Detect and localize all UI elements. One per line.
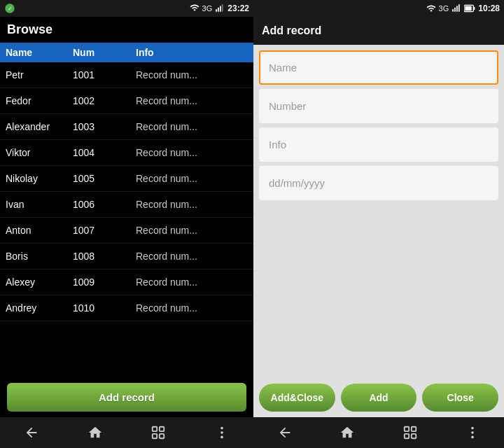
row-info: Record num... bbox=[133, 225, 253, 236]
menu-icon-left bbox=[214, 425, 230, 440]
row-name: Alexey bbox=[0, 276, 70, 288]
row-num: 1007 bbox=[70, 225, 133, 236]
svg-rect-23 bbox=[412, 434, 416, 438]
row-info: Record num... bbox=[133, 276, 253, 288]
status-bar-right: 3G 10:28 bbox=[253, 0, 504, 17]
row-info: Record num... bbox=[133, 302, 253, 314]
table-row[interactable]: Alexander 1003 Record num... bbox=[0, 114, 253, 140]
row-info: Record num... bbox=[133, 95, 253, 106]
date-input[interactable] bbox=[259, 166, 498, 200]
row-num: 1008 bbox=[70, 251, 133, 262]
svg-rect-14 bbox=[160, 427, 164, 431]
nav-bar-right bbox=[253, 417, 504, 448]
svg-rect-3 bbox=[218, 8, 219, 12]
svg-rect-22 bbox=[405, 434, 409, 438]
row-num: 1010 bbox=[70, 302, 133, 314]
home-icon-right bbox=[340, 425, 355, 440]
back-button-right[interactable] bbox=[270, 420, 300, 445]
row-info: Record num... bbox=[133, 173, 253, 184]
form-buttons: Add&Close Add Close bbox=[253, 378, 504, 417]
table-row[interactable]: Nikolay 1005 Record num... bbox=[0, 166, 253, 192]
svg-point-18 bbox=[220, 431, 223, 434]
time-right: 10:28 bbox=[478, 4, 500, 13]
table-row[interactable]: Viktor 1004 Record num... bbox=[0, 140, 253, 166]
col-header-name: Name bbox=[0, 47, 70, 58]
number-input[interactable] bbox=[259, 89, 498, 123]
back-button-left[interactable] bbox=[16, 420, 47, 445]
add-record-panel: Add record Add&Close Add Close bbox=[253, 17, 504, 417]
table-body: Petr 1001 Record num... Fedor 1002 Recor… bbox=[0, 62, 253, 377]
recent-button-left[interactable] bbox=[143, 420, 174, 445]
table-row[interactable]: Alexey 1009 Record num... bbox=[0, 270, 253, 295]
home-button-left[interactable] bbox=[80, 420, 111, 445]
svg-point-17 bbox=[220, 427, 223, 430]
col-header-num: Num bbox=[70, 47, 133, 58]
svg-rect-5 bbox=[222, 4, 223, 12]
svg-rect-6 bbox=[452, 9, 454, 12]
row-name: Anton bbox=[0, 225, 70, 236]
menu-button-left[interactable] bbox=[206, 420, 237, 445]
table-row[interactable]: Andrey 1010 Record num... bbox=[0, 295, 253, 321]
row-num: 1009 bbox=[70, 276, 133, 288]
signal-bars-right bbox=[451, 4, 461, 13]
row-info: Record num... bbox=[133, 121, 253, 132]
home-button-right[interactable] bbox=[332, 420, 363, 445]
menu-icon-right bbox=[465, 425, 480, 440]
add-record-title: Add record bbox=[253, 17, 504, 45]
svg-point-19 bbox=[220, 436, 223, 439]
table-row[interactable]: Fedor 1002 Record num... bbox=[0, 88, 253, 114]
row-name: Boris bbox=[0, 251, 70, 262]
svg-rect-21 bbox=[412, 427, 416, 431]
table-row[interactable]: Boris 1008 Record num... bbox=[0, 244, 253, 270]
menu-button-right[interactable] bbox=[457, 420, 488, 445]
signal-bars-left bbox=[215, 4, 225, 13]
row-name: Ivan bbox=[0, 199, 70, 210]
row-num: 1004 bbox=[70, 147, 133, 158]
svg-point-24 bbox=[471, 427, 474, 430]
table-row[interactable]: Petr 1001 Record num... bbox=[0, 62, 253, 88]
row-name: Alexander bbox=[0, 121, 70, 132]
svg-rect-20 bbox=[405, 427, 409, 431]
svg-rect-11 bbox=[474, 7, 475, 10]
svg-rect-15 bbox=[153, 434, 157, 438]
add-close-button[interactable]: Add&Close bbox=[259, 384, 335, 412]
name-input[interactable] bbox=[259, 50, 498, 85]
home-icon-left bbox=[88, 425, 103, 440]
back-icon-right bbox=[277, 425, 293, 440]
col-header-info: Info bbox=[133, 47, 253, 58]
browse-panel: Browse Name Num Info Petr 1001 Record nu… bbox=[0, 17, 253, 417]
add-button[interactable]: Add bbox=[341, 384, 417, 412]
add-record-button[interactable]: Add record bbox=[7, 383, 246, 412]
info-input[interactable] bbox=[259, 127, 498, 162]
svg-rect-9 bbox=[458, 4, 460, 12]
recent-button-right[interactable] bbox=[395, 420, 426, 445]
svg-rect-8 bbox=[456, 6, 458, 12]
add-record-button-container: Add record bbox=[0, 377, 253, 417]
back-icon-left bbox=[24, 425, 39, 440]
svg-rect-2 bbox=[216, 9, 217, 12]
nav-bar-left bbox=[0, 417, 253, 448]
row-num: 1006 bbox=[70, 199, 133, 210]
row-info: Record num... bbox=[133, 147, 253, 158]
browse-title: Browse bbox=[0, 17, 253, 43]
recent-icon-right bbox=[402, 425, 418, 440]
close-button[interactable]: Close bbox=[422, 384, 498, 412]
notification-icon: ✓ bbox=[4, 3, 15, 14]
row-num: 1001 bbox=[70, 69, 133, 80]
wifi-icon-left bbox=[190, 3, 200, 14]
table-header: Name Num Info bbox=[0, 43, 253, 62]
bottom-nav bbox=[0, 417, 504, 448]
status-bar-left: ✓ 3G 23:22 bbox=[0, 0, 253, 17]
row-name: Petr bbox=[0, 69, 70, 80]
row-name: Andrey bbox=[0, 302, 70, 314]
form-container bbox=[253, 45, 504, 378]
svg-point-26 bbox=[471, 436, 474, 439]
row-name: Fedor bbox=[0, 95, 70, 106]
table-row[interactable]: Ivan 1006 Record num... bbox=[0, 192, 253, 218]
svg-rect-13 bbox=[153, 427, 157, 431]
row-name: Nikolay bbox=[0, 173, 70, 184]
row-num: 1003 bbox=[70, 121, 133, 132]
table-row[interactable]: Anton 1007 Record num... bbox=[0, 218, 253, 244]
row-info: Record num... bbox=[133, 251, 253, 262]
svg-rect-16 bbox=[160, 434, 164, 438]
